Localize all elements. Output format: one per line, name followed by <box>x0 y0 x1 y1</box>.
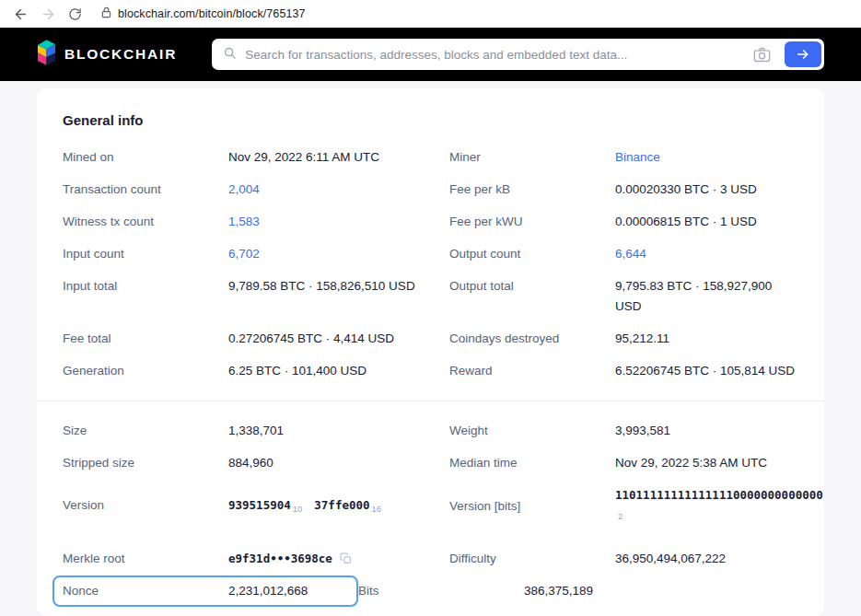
table-row: Input total 9,789.58 BTC · 158,826,510 U… <box>63 276 798 317</box>
coindays-destroyed-field: Coindays destroyed 95,212.11 <box>449 329 798 349</box>
field-label: Size <box>63 421 228 441</box>
field-value: 6.52206745 BTC · 105,814 USD <box>615 361 798 381</box>
base-10-subscript: 10 <box>293 504 303 514</box>
general-info-section: Mined on Nov 29, 2022 6:11 AM UTC Miner … <box>63 147 798 381</box>
table-row: Version 9395159041037ffe00016 Version [b… <box>63 485 798 527</box>
version-decimal: 939515904 <box>228 498 291 512</box>
weight-field: Weight 3,993,581 <box>449 421 798 441</box>
reload-icon[interactable] <box>68 7 82 21</box>
brand-name: BLOCKCHAIR <box>64 46 177 63</box>
blockchair-gem-icon <box>37 40 56 70</box>
browser-toolbar: blockchair.com/bitcoin/block/765137 <box>0 0 861 28</box>
output-count-link[interactable]: 6,644 <box>615 244 798 264</box>
field-label: Median time <box>449 453 615 473</box>
field-value: 1,338,701 <box>228 421 449 441</box>
table-row: Fee total 0.27206745 BTC · 4,414 USD Coi… <box>63 329 798 349</box>
transaction-count-field: Transaction count 2,004 <box>63 180 449 200</box>
forward-icon[interactable] <box>41 6 56 22</box>
field-label: Bits <box>358 581 524 601</box>
version-field: Version 9395159041037ffe00016 <box>63 495 449 517</box>
back-icon[interactable] <box>13 6 29 22</box>
version-bits-value: 1101111111111111100000000000002 <box>615 485 798 527</box>
version-value: 9395159041037ffe00016 <box>228 495 449 517</box>
field-label: Input total <box>63 276 228 296</box>
field-label: Output count <box>449 244 615 264</box>
field-label: Difficulty <box>449 549 615 569</box>
table-row: Input count 6,702 Output count 6,644 <box>63 244 798 264</box>
site-header: BLOCKCHAIR <box>0 28 861 81</box>
witness-tx-count-link[interactable]: 1,583 <box>228 212 449 232</box>
field-value: 3,993,581 <box>615 421 798 441</box>
field-value: 0.00006815 BTC · 1 USD <box>615 212 798 232</box>
copy-icon[interactable] <box>340 552 352 564</box>
page-title: General info <box>63 112 798 128</box>
field-label: Mined on <box>63 147 228 168</box>
field-label: Merkle root <box>63 549 228 569</box>
merkle-root-field: Merkle root e9f31d•••3698ce <box>63 549 449 569</box>
merkle-root-hash: e9f31d•••3698ce <box>228 552 332 565</box>
camera-icon[interactable] <box>753 47 771 63</box>
search-bar <box>212 39 824 70</box>
address-bar[interactable]: blockchair.com/bitcoin/block/765137 <box>101 6 306 22</box>
median-time-field: Median time Nov 29, 2022 5:38 AM UTC <box>449 453 798 473</box>
output-total-field: Output total 9,795.83 BTC · 158,927,900 … <box>449 276 798 317</box>
field-value: 36,950,494,067,222 <box>615 549 798 569</box>
table-row: Witness tx count 1,583 Fee per kWU 0.000… <box>63 212 798 232</box>
fee-per-kb-field: Fee per kB 0.00020330 BTC · 3 USD <box>449 180 798 200</box>
field-label: Reward <box>449 361 615 381</box>
field-value: 0.27206745 BTC · 4,414 USD <box>228 329 449 349</box>
input-count-field: Input count 6,702 <box>63 244 449 264</box>
nonce-value: 2,231,012,668 <box>228 581 348 601</box>
nonce-field-highlighted: Nonce 2,231,012,668 <box>52 575 358 607</box>
input-count-link[interactable]: 6,702 <box>228 244 449 264</box>
field-label: Version [bits] <box>449 496 615 517</box>
blockchair-logo[interactable]: BLOCKCHAIR <box>37 40 177 70</box>
version-bits-field: Version [bits] 1101111111111111100000000… <box>449 485 798 527</box>
base-16-subscript: 16 <box>372 504 382 514</box>
field-value: 884,960 <box>228 453 449 473</box>
field-label: Transaction count <box>63 180 228 200</box>
field-label: Generation <box>63 361 228 381</box>
field-label: Coindays destroyed <box>449 329 615 349</box>
difficulty-field: Difficulty 36,950,494,067,222 <box>449 549 798 569</box>
version-hex: 37ffe000 <box>314 498 369 512</box>
general-info-card: General info Mined on Nov 29, 2022 6:11 … <box>37 88 824 616</box>
table-row: Transaction count 2,004 Fee per kB 0.000… <box>63 180 798 200</box>
field-value: 95,212.11 <box>615 329 798 349</box>
field-value: 386,375,189 <box>524 581 798 601</box>
witness-tx-count-field: Witness tx count 1,583 <box>63 212 449 232</box>
miner-link[interactable]: Binance <box>615 147 798 168</box>
search-submit-button[interactable] <box>785 41 821 67</box>
table-row: Merkle root e9f31d•••3698ce Difficulty 3… <box>63 549 798 569</box>
field-value: Nov 29, 2022 5:38 AM UTC <box>615 453 798 473</box>
field-label: Nonce <box>63 581 228 601</box>
field-value: 0.00020330 BTC · 3 USD <box>615 180 798 200</box>
field-label: Output total <box>449 276 615 296</box>
reward-field: Reward 6.52206745 BTC · 105,814 USD <box>449 361 798 381</box>
field-label: Input count <box>63 244 228 264</box>
section-divider <box>37 401 824 401</box>
field-label: Miner <box>449 147 615 168</box>
base-2-subscript: 2 <box>618 506 798 527</box>
search-icon <box>223 46 237 64</box>
table-row: Stripped size 884,960 Median time Nov 29… <box>63 453 798 473</box>
transaction-count-link[interactable]: 2,004 <box>228 180 449 200</box>
search-input[interactable] <box>245 48 745 62</box>
merkle-root-value: e9f31d•••3698ce <box>228 549 449 569</box>
table-row: Mined on Nov 29, 2022 6:11 AM UTC Miner … <box>63 147 798 168</box>
field-label: Fee per kB <box>449 180 615 200</box>
table-row: Generation 6.25 BTC · 101,400 USD Reward… <box>63 361 798 381</box>
field-value: Nov 29, 2022 6:11 AM UTC <box>228 147 449 168</box>
version-bits-binary: 110111111111111110000000000000 <box>615 488 823 502</box>
fee-per-kwu-field: Fee per kWU 0.00006815 BTC · 1 USD <box>449 212 798 232</box>
field-value: 9,789.58 BTC · 158,826,510 USD <box>228 276 449 296</box>
table-row: Size 1,338,701 Weight 3,993,581 <box>63 421 798 441</box>
table-row: Nonce 2,231,012,668 Bits 386,375,189 <box>63 581 798 601</box>
size-field: Size 1,338,701 <box>63 421 449 441</box>
field-label: Version <box>63 495 228 516</box>
field-label: Fee total <box>63 329 228 349</box>
stripped-size-field: Stripped size 884,960 <box>63 453 449 473</box>
arrow-right-icon <box>796 47 810 62</box>
field-value: 6.25 BTC · 101,400 USD <box>228 361 449 381</box>
field-label: Stripped size <box>63 453 228 473</box>
